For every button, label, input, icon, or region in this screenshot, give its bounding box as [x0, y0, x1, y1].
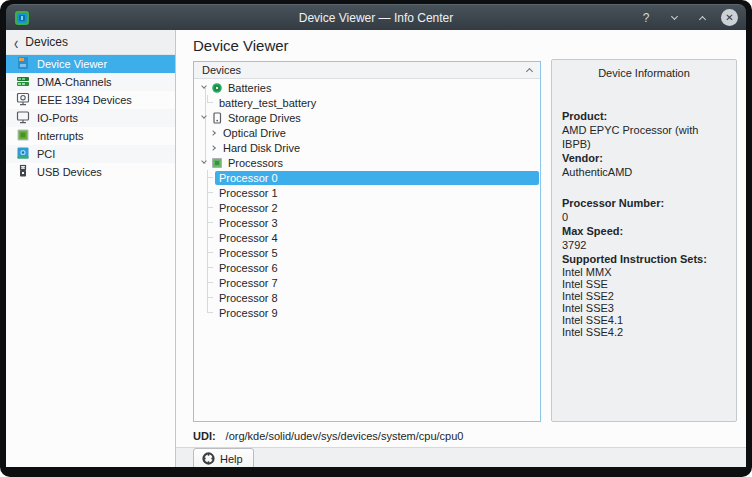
tree-row-label: Processor 5: [215, 246, 282, 260]
tree-row-processor-2[interactable]: Processor 2: [194, 200, 540, 215]
field-value: Intel SSE4.1: [562, 314, 726, 326]
tree-row-processor-0[interactable]: Processor 0: [194, 170, 540, 185]
tree-row-label: Optical Drive: [219, 126, 290, 140]
tree-branch-line: [207, 305, 215, 320]
sidebar-header[interactable]: ‹ Devices: [6, 30, 175, 55]
maximize-icon[interactable]: [693, 9, 711, 27]
field-label: Vendor:: [562, 151, 726, 165]
sidebar-item-usb-devices[interactable]: USB Devices: [6, 163, 175, 181]
info-fields: Product:AMD EPYC Processor (with IBPB)Ve…: [552, 79, 736, 338]
tree-body: Batteriesbattery_test_batteryStorage Dri…: [194, 79, 540, 421]
tree-row-label: Processor 6: [215, 261, 282, 275]
field-value: 3792: [562, 238, 726, 252]
tree-row-hard-disk-drive[interactable]: Hard Disk Drive: [194, 140, 540, 155]
tree-row-processor-6[interactable]: Processor 6: [194, 260, 540, 275]
field-value: Intel SSE3: [562, 302, 726, 314]
udi-value: /org/kde/solid/udev/sys/devices/system/c…: [226, 430, 464, 442]
sidebar-item-dma-channels[interactable]: DMA-Channels: [6, 73, 175, 91]
tree-guideline: [205, 88, 206, 164]
field-value: AuthenticAMD: [562, 165, 726, 179]
tree-branch-line: [207, 290, 215, 305]
interrupts-icon: [16, 128, 30, 144]
sidebar-item-label: DMA-Channels: [37, 76, 112, 88]
device-viewer-icon: [16, 56, 30, 72]
expander-chevron-down-icon[interactable]: [198, 117, 210, 118]
tree-header[interactable]: Devices: [194, 62, 540, 79]
expander-chevron-down-icon[interactable]: [198, 87, 210, 88]
tree-row-processor-7[interactable]: Processor 7: [194, 275, 540, 290]
minimize-icon[interactable]: [665, 9, 683, 27]
help-button[interactable]: Help: [193, 448, 254, 467]
tree-row-label: Processor 4: [215, 231, 282, 245]
ieee1394-icon: [16, 92, 30, 108]
tree-row-processor-5[interactable]: Processor 5: [194, 245, 540, 260]
udi-label: UDI:: [193, 430, 216, 442]
main-area: Device Viewer Devices Batteriesbattery_t…: [176, 30, 746, 467]
sidebar-item-label: Device Viewer: [37, 58, 107, 70]
sidebar-item-label: IO-Ports: [37, 112, 78, 124]
sidebar-item-label: PCI: [37, 148, 55, 160]
help-window-button[interactable]: ?: [637, 9, 655, 27]
help-icon: [202, 452, 215, 465]
field-value: Intel SSE4.2: [562, 326, 726, 338]
tree-row-label: Hard Disk Drive: [219, 141, 304, 155]
tree-row-processors[interactable]: Processors: [194, 155, 540, 170]
field-spacer: [562, 179, 726, 196]
sidebar-item-label: USB Devices: [37, 166, 102, 178]
tree-row-batteries[interactable]: Batteries: [194, 80, 540, 95]
tree-row-processor-1[interactable]: Processor 1: [194, 185, 540, 200]
window: Device Viewer — Info Center ? ✕ ‹ Device…: [0, 0, 752, 477]
tree-row-processor-9[interactable]: Processor 9: [194, 305, 540, 320]
tree-row-label: Processor 0: [215, 171, 539, 185]
tree-branch-line: [207, 230, 215, 245]
tree-row-label: Storage Drives: [224, 111, 305, 125]
tree-row-label: Processor 8: [215, 291, 282, 305]
tree-row-optical-drive[interactable]: Optical Drive: [194, 125, 540, 140]
tree-row-processor-8[interactable]: Processor 8: [194, 290, 540, 305]
battery-icon: [210, 82, 224, 94]
tree-header-label: Devices: [202, 64, 241, 76]
help-button-label: Help: [220, 453, 243, 465]
tree-row-label: Processor 2: [215, 201, 282, 215]
tree-row-processor-4[interactable]: Processor 4: [194, 230, 540, 245]
sidebar-item-device-viewer[interactable]: Device Viewer: [6, 55, 175, 73]
tree-branch-line: [207, 260, 215, 275]
expander-chevron-down-icon[interactable]: [198, 162, 210, 163]
sidebar-item-io-ports[interactable]: IO-Ports: [6, 109, 175, 127]
field-value: Intel MMX: [562, 266, 726, 278]
tree-row-storage-drives[interactable]: Storage Drives: [194, 110, 540, 125]
chevron-up-icon[interactable]: [526, 68, 533, 75]
field-label: Max Speed:: [562, 224, 726, 238]
pci-icon: [16, 146, 30, 162]
window-content: ‹ Devices Device ViewerDMA-ChannelsIEEE …: [6, 30, 746, 467]
cpu-icon: [210, 157, 224, 169]
sidebar-item-pci[interactable]: PCI: [6, 145, 175, 163]
tree-row-processor-3[interactable]: Processor 3: [194, 215, 540, 230]
tree-branch-line: [207, 95, 215, 110]
usb-devices-icon: [16, 164, 30, 180]
storage-icon: [210, 112, 224, 124]
sidebar-item-label: IEEE 1394 Devices: [37, 94, 132, 106]
field-value: AMD EPYC Processor (with IBPB): [562, 123, 726, 151]
close-icon[interactable]: ✕: [721, 9, 738, 26]
tree-branch-line: [207, 170, 215, 185]
sidebar-item-ieee-1394-devices[interactable]: IEEE 1394 Devices: [6, 91, 175, 109]
titlebar[interactable]: Device Viewer — Info Center ? ✕: [6, 4, 746, 30]
sidebar-item-interrupts[interactable]: Interrupts: [6, 127, 175, 145]
tree-row-battery-test-battery[interactable]: battery_test_battery: [194, 95, 540, 110]
back-icon[interactable]: ‹: [14, 33, 18, 51]
page-title: Device Viewer: [193, 37, 746, 59]
tree-row-label: Processor 7: [215, 276, 282, 290]
tree-row-label: Processor 3: [215, 216, 282, 230]
io-ports-icon: [16, 110, 30, 126]
field-value: Intel SSE: [562, 278, 726, 290]
expander-chevron-right-icon[interactable]: [207, 146, 219, 150]
device-tree-panel: Devices Batteriesbattery_test_batterySto…: [193, 61, 541, 422]
window-title: Device Viewer — Info Center: [6, 11, 746, 25]
tree-branch-line: [207, 185, 215, 200]
footer: Help: [176, 447, 746, 467]
tree-row-label: Processor 9: [215, 306, 282, 320]
field-value: 0: [562, 210, 726, 224]
field-label: Supported Instruction Sets:: [562, 252, 726, 266]
expander-chevron-right-icon[interactable]: [207, 131, 219, 135]
